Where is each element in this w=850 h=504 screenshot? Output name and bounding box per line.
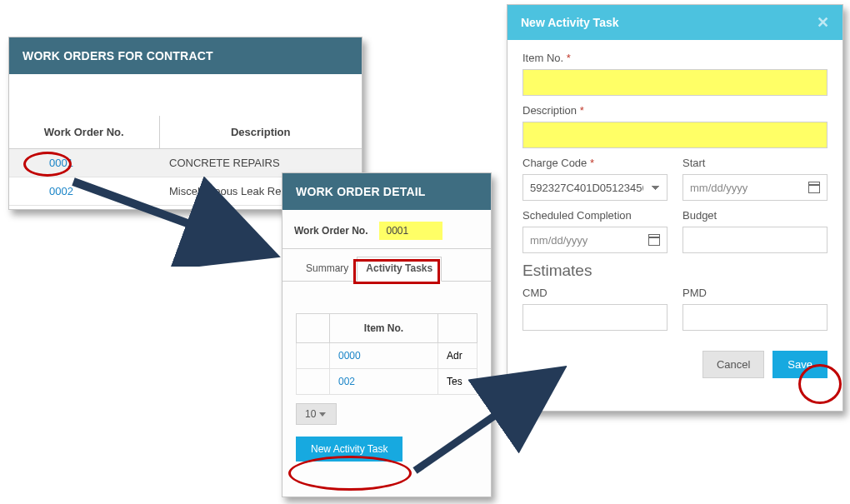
label-description: Description * [522,104,828,117]
panel-title: WORK ORDER DETAIL [282,173,491,210]
task-link[interactable]: 0000 [338,350,361,362]
budget-input[interactable] [682,227,828,253]
item-no-input[interactable] [522,69,828,96]
col-header-blank [297,314,330,343]
page-size-dropdown[interactable]: 10 [296,403,337,425]
page-size-label: 10 [305,408,316,420]
tabs: Summary Activity Tasks [282,249,491,282]
table-row: 002 Tes [297,369,478,395]
date-placeholder: mm/dd/yyyy [690,182,748,194]
label-scheduled-completion: Scheduled Completion [522,209,668,222]
calendar-icon [648,234,660,246]
table-row: 0000 Adr [297,343,478,369]
label-start: Start [682,157,828,169]
task-desc: Adr [438,343,478,369]
task-link[interactable]: 002 [338,376,355,387]
wo-link-0002[interactable]: 0002 [49,185,73,197]
wo-no-value: 0001 [379,222,442,240]
wo-link-0001[interactable]: 0001 [49,157,73,169]
chevron-down-icon [319,412,326,417]
calendar-icon [808,182,820,193]
description-input[interactable] [522,122,828,148]
estimates-heading: Estimates [522,262,828,280]
save-button[interactable]: Save [772,351,828,378]
start-date-input[interactable]: mm/dd/yyyy [682,174,828,201]
new-activity-task-dialog: New Activity Task ✕ Item No. * Descripti… [507,4,843,412]
work-order-detail-panel: WORK ORDER DETAIL Work Order No. 0001 Su… [282,172,492,497]
tab-activity-tasks[interactable]: Activity Tasks [357,257,442,282]
label-pmd: PMD [682,287,828,299]
label-item-no: Item No. * [522,52,828,64]
label-cmd: CMD [522,287,668,299]
col-header-wo: Work Order No. [9,116,159,149]
cancel-button[interactable]: Cancel [702,351,764,378]
date-placeholder: mm/dd/yyyy [530,234,588,247]
label-budget: Budget [682,209,828,222]
panel-title: WORK ORDERS FOR CONTRACT [9,37,362,74]
dialog-title: New Activity Task [521,16,619,29]
col-header-item-no: Item No. [330,314,438,343]
label-charge-code: Charge Code * [522,157,668,169]
wo-no-label: Work Order No. [294,225,368,237]
new-activity-task-button[interactable]: New Activity Task [296,437,402,462]
tab-summary[interactable]: Summary [298,257,357,281]
activity-tasks-table: Item No. 0000 Adr 002 Tes [296,313,478,395]
pmd-input[interactable] [682,304,828,331]
task-desc: Tes [438,369,478,395]
col-header-desc: Description [159,116,362,149]
scheduled-completion-input[interactable]: mm/dd/yyyy [522,227,668,253]
cmd-input[interactable] [522,304,668,331]
col-header-desc [438,314,478,343]
close-icon[interactable]: ✕ [817,15,829,30]
charge-code-select[interactable]: 592327C401D05123456 [522,174,668,201]
